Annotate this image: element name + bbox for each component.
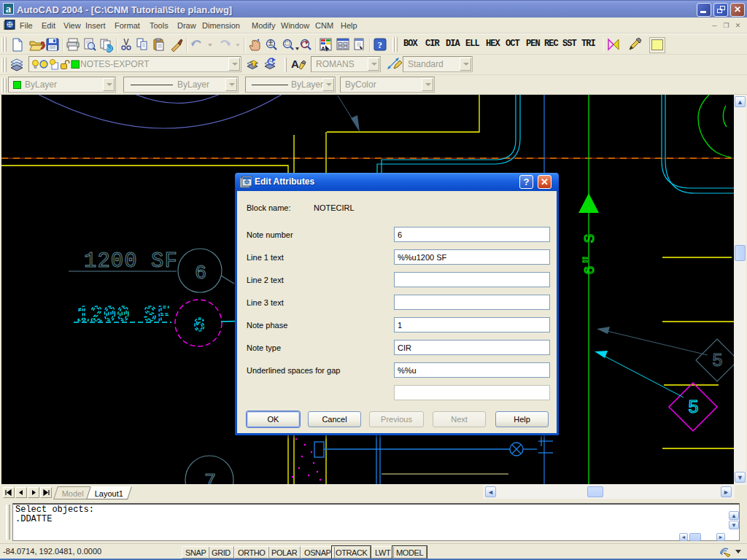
svg-text:5: 5 [688,397,699,419]
svg-text:1200 SF: 1200 SF [84,249,178,273]
svg-text:7: 7 [204,471,216,484]
svg-text:A: A [291,58,299,70]
svg-text:1200 SF: 1200 SF [77,303,171,327]
svg-text:A: A [321,45,325,52]
svg-text:6: 6 [193,315,205,337]
svg-text:6" S: 6" S [581,233,598,275]
svg-text:6: 6 [195,262,206,284]
svg-text:?: ? [378,39,383,50]
svg-text:5: 5 [712,351,723,372]
